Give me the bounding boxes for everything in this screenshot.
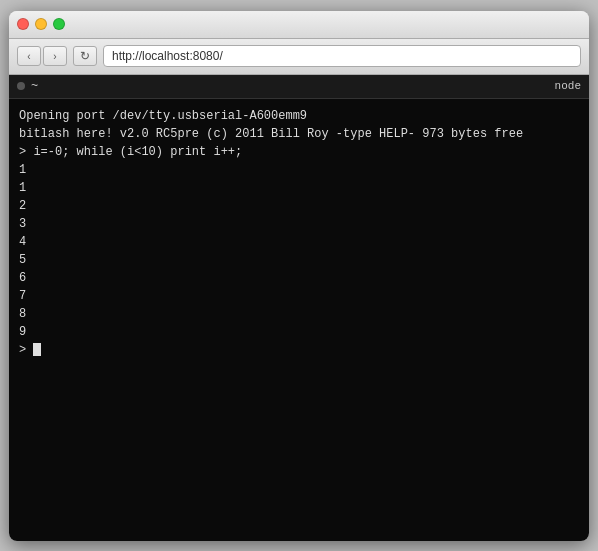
- terminal-line: 4: [19, 233, 579, 251]
- terminal-prompt-cursor-line: >: [19, 341, 579, 359]
- terminal-line: 1: [19, 179, 579, 197]
- terminal-line: 8: [19, 305, 579, 323]
- terminal-line: 9: [19, 323, 579, 341]
- tab-tilde-label: ~: [31, 79, 38, 93]
- terminal-body[interactable]: Opening port /dev/tty.usbserial-A600emm9…: [9, 99, 589, 541]
- terminal-line: 6: [19, 269, 579, 287]
- nav-buttons: ‹ ›: [17, 46, 67, 66]
- close-button[interactable]: [17, 18, 29, 30]
- terminal-line: 5: [19, 251, 579, 269]
- refresh-button[interactable]: ↻: [73, 46, 97, 66]
- cursor: [33, 343, 41, 356]
- terminal-line: bitlash here! v2.0 RC5pre (c) 2011 Bill …: [19, 125, 579, 143]
- node-label: node: [555, 80, 581, 92]
- traffic-lights: [17, 18, 65, 30]
- forward-button[interactable]: ›: [43, 46, 67, 66]
- nav-bar: ‹ › ↻ http://localhost:8080/: [9, 39, 589, 75]
- terminal-line: 1: [19, 161, 579, 179]
- terminal-prompt-line: > i=-0; while (i<10) print i++;: [19, 143, 579, 161]
- terminal-tab: ~: [17, 79, 38, 93]
- maximize-button[interactable]: [53, 18, 65, 30]
- tab-dot: [17, 82, 25, 90]
- minimize-button[interactable]: [35, 18, 47, 30]
- terminal-line: 3: [19, 215, 579, 233]
- title-bar: [9, 11, 589, 39]
- address-text: http://localhost:8080/: [112, 49, 223, 63]
- back-button[interactable]: ‹: [17, 46, 41, 66]
- address-bar[interactable]: http://localhost:8080/: [103, 45, 581, 67]
- terminal-container: ~ node Opening port /dev/tty.usbserial-A…: [9, 75, 589, 541]
- browser-window: ‹ › ↻ http://localhost:8080/ ~ node Open…: [9, 11, 589, 541]
- terminal-line: 2: [19, 197, 579, 215]
- terminal-line: 7: [19, 287, 579, 305]
- terminal-tab-bar: ~ node: [9, 75, 589, 99]
- terminal-line: Opening port /dev/tty.usbserial-A600emm9: [19, 107, 579, 125]
